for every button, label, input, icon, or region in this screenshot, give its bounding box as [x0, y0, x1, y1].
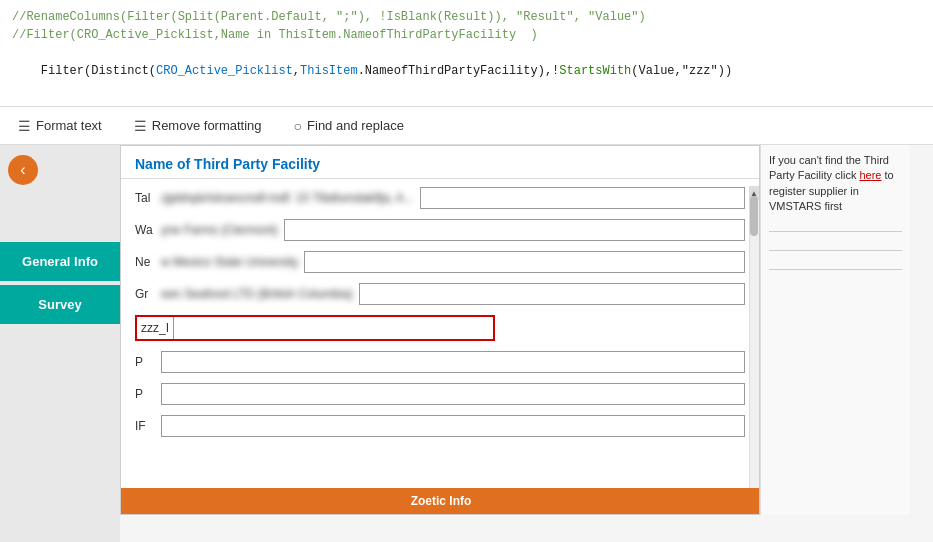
zzz-row: zzz_I: [135, 315, 745, 341]
format-text-icon: ☰: [18, 118, 31, 134]
remove-formatting-label: Remove formatting: [152, 118, 262, 133]
right-panel-line-2: [769, 250, 902, 251]
right-panel-line-1: [769, 231, 902, 232]
remove-formatting-button[interactable]: ☰ Remove formatting: [128, 115, 268, 137]
sidebar: ‹ General Info Survey Attachments: [0, 145, 120, 542]
content-wrapper: Name of Third Party Facility Tal zjpldnp…: [120, 145, 933, 515]
toolbar: ☰ Format text ☰ Remove formatting ○ Find…: [0, 107, 933, 145]
row4-blurred-text: een Seafood LTD (British Columbia): [161, 287, 353, 301]
form-row-p2: P: [135, 383, 745, 405]
form-row-if: IF: [135, 415, 745, 437]
rowif-label: IF: [135, 419, 155, 433]
form-panel: Name of Third Party Facility Tal zjpldnp…: [120, 145, 760, 515]
row1-blurred-text: zjpldnpkAdvancmdf-mdf: 15 Tlbdlumdaklfja…: [161, 191, 414, 205]
rowp2-label: P: [135, 387, 155, 401]
rowif-input[interactable]: [161, 415, 745, 437]
form-bottom-bar: Zoetic Info: [121, 488, 760, 514]
code-line-1: //RenameColumns(Filter(Split(Parent.Defa…: [12, 8, 921, 26]
code-line-3: Filter(Distinct(CRO_Active_Picklist,This…: [12, 44, 921, 98]
content-area: Name of Third Party Facility Tal zjpldnp…: [120, 145, 933, 542]
search-icon: ○: [294, 118, 302, 134]
row2-blurred-text: yne Farms (Clermont): [161, 223, 278, 237]
form-row-p1: P: [135, 351, 745, 373]
format-text-label: Format text: [36, 118, 102, 133]
row3-label: Ne: [135, 255, 155, 269]
right-panel-here-link[interactable]: here: [859, 169, 881, 181]
row3-blurred-text: w Mexico State University: [161, 255, 298, 269]
code-area: //RenameColumns(Filter(Split(Parent.Defa…: [0, 0, 933, 107]
form-panel-header: Name of Third Party Facility: [121, 146, 759, 179]
format-text-button[interactable]: ☰ Format text: [12, 115, 108, 137]
form-title: Name of Third Party Facility: [135, 156, 320, 172]
find-replace-label: Find and replace: [307, 118, 404, 133]
row2-input[interactable]: [284, 219, 745, 241]
code-line-2: //Filter(CRO_Active_Picklist,Name in Thi…: [12, 26, 921, 44]
form-scroll-area[interactable]: Tal zjpldnpkAdvancmdf-mdf: 15 Tlbdlumdak…: [121, 179, 759, 507]
form-row-3: Ne w Mexico State University: [135, 251, 745, 273]
find-replace-button[interactable]: ○ Find and replace: [288, 115, 410, 137]
form-row-1: Tal zjpldnpkAdvancmdf-mdf: 15 Tlbdlumdak…: [135, 187, 745, 209]
main-layout: ‹ General Info Survey Attachments Name o…: [0, 145, 933, 542]
scrollbar-track[interactable]: ▲ ▼: [749, 186, 759, 515]
zzz-label: zzz_I: [137, 317, 174, 339]
form-row-4: Gr een Seafood LTD (British Columbia): [135, 283, 745, 305]
row2-label: Wa: [135, 223, 155, 237]
right-panel: If you can't find the Third Party Facili…: [760, 145, 910, 515]
form-bottom-bar-label: Zoetic Info: [411, 494, 472, 508]
right-panel-info-text: If you can't find the Third Party Facili…: [769, 153, 902, 215]
row4-input[interactable]: [359, 283, 745, 305]
zzz-input-container: zzz_I: [135, 315, 495, 341]
row4-label: Gr: [135, 287, 155, 301]
back-button[interactable]: ‹: [8, 155, 38, 185]
rowp2-input[interactable]: [161, 383, 745, 405]
right-panel-lines: [769, 231, 902, 270]
rowp1-input[interactable]: [161, 351, 745, 373]
right-panel-line-3: [769, 269, 902, 270]
rowp1-label: P: [135, 355, 155, 369]
row1-input[interactable]: [420, 187, 745, 209]
row1-label: Tal: [135, 191, 155, 205]
sidebar-item-survey[interactable]: Survey: [0, 285, 120, 324]
zzz-text-input[interactable]: [174, 317, 493, 339]
scrollbar-thumb[interactable]: [750, 196, 758, 236]
form-row-2: Wa yne Farms (Clermont): [135, 219, 745, 241]
sidebar-item-general-info[interactable]: General Info: [0, 242, 120, 281]
row3-input[interactable]: [304, 251, 745, 273]
remove-formatting-icon: ☰: [134, 118, 147, 134]
